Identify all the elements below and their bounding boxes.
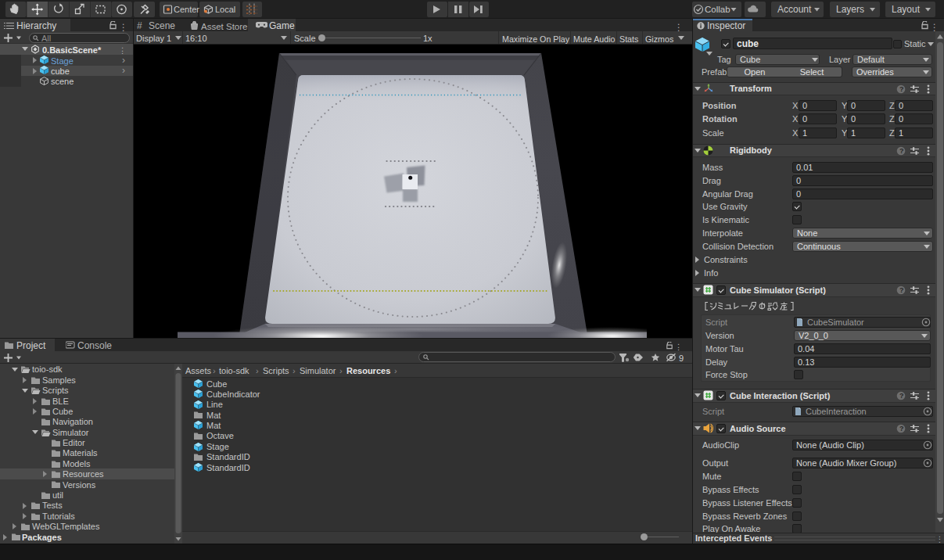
svg-text:Account: Account <box>777 4 812 15</box>
svg-text:Collab: Collab <box>705 5 730 14</box>
svg-text:Layers: Layers <box>836 4 864 15</box>
svg-text:Local: Local <box>215 5 235 14</box>
svg-text:Layout: Layout <box>892 4 921 15</box>
svg-text:9: 9 <box>679 354 684 363</box>
svg-text:Center: Center <box>174 5 199 14</box>
